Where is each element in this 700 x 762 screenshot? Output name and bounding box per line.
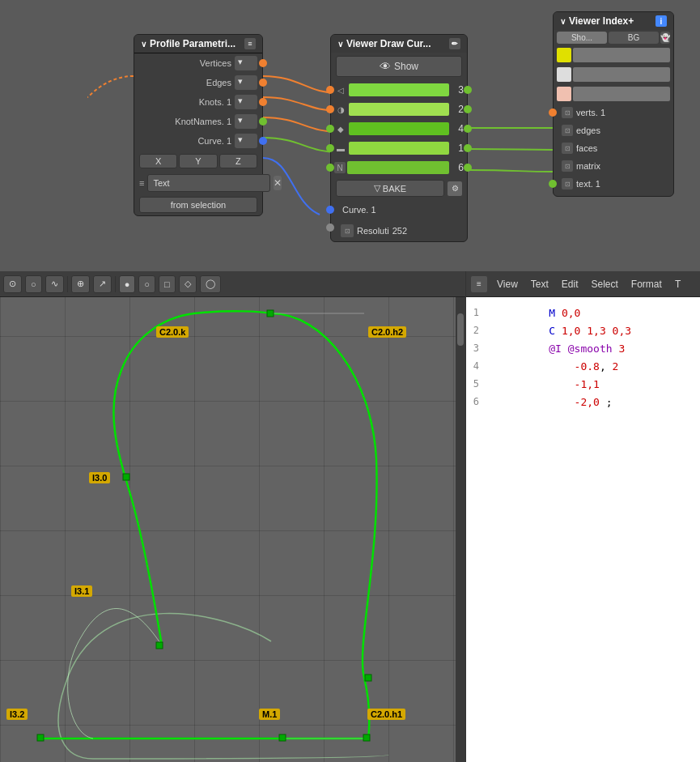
resol-value: 252 [392, 226, 407, 236]
color-swatch-2[interactable] [349, 122, 449, 135]
te-format-menu[interactable]: Format [628, 277, 665, 292]
vi-tab-bg[interactable]: BG [609, 32, 659, 44]
draw-output-socket-3[interactable] [464, 144, 472, 152]
gizmo-btn[interactable]: ⊕ [71, 275, 90, 293]
vi-tab-show[interactable]: Sho... [557, 32, 607, 44]
from-selection-button[interactable]: from selection [139, 197, 257, 213]
y-button[interactable]: Y [179, 154, 217, 168]
vertices-row: Vertices ▾ [134, 53, 262, 73]
text-editor-content: 1 M 0,0 2 C 1,0 1,3 0,3 3 @I @smooth 3 [466, 297, 700, 762]
color-num-0: 3 [451, 84, 464, 96]
text-socket[interactable] [549, 180, 557, 188]
draw-output-socket-2[interactable] [464, 125, 472, 133]
line-content-6: -2,0 ; [486, 384, 613, 420]
code-indent-6 [549, 396, 574, 408]
vertices-dropdown[interactable]: ▾ [235, 56, 257, 70]
view-btn[interactable]: ○ [25, 275, 42, 293]
text-input[interactable] [147, 174, 270, 192]
collapse-draw-icon[interactable]: ∨ [337, 40, 343, 49]
edges-icon: ⊡ [562, 125, 573, 136]
color-swatch-1[interactable] [349, 103, 449, 116]
vertices-socket[interactable] [259, 59, 267, 67]
vi-gray-swatch-0[interactable] [573, 48, 670, 62]
label-c20h1: C2.0.h1 [367, 709, 405, 720]
editor-type-btn[interactable]: ⊙ [3, 275, 22, 293]
node-menu-icon[interactable]: ≡ [244, 38, 256, 49]
vi-swatch-yellow[interactable] [557, 48, 571, 62]
curve-socket[interactable] [259, 137, 267, 145]
te-view-menu[interactable]: View [494, 277, 521, 292]
canvas-scrollbar[interactable] [456, 297, 465, 762]
matrix-label: matrix [576, 161, 600, 171]
bake-row: ▽ BAKE ⚙ [331, 177, 467, 199]
draw-menu-icon[interactable]: ✏ [449, 38, 460, 49]
sep-2 [115, 276, 116, 292]
te-t-menu[interactable]: T [672, 277, 684, 292]
curve-row-label: Curve. 1 [336, 205, 462, 215]
draw-output-socket-0[interactable] [464, 86, 472, 94]
draw-output-socket-4[interactable] [464, 164, 472, 172]
draw-input-socket-2[interactable] [326, 125, 334, 133]
bake-button[interactable]: ▽ BAKE [336, 180, 444, 197]
color-swatch-4[interactable] [347, 161, 449, 174]
verts-socket[interactable] [549, 109, 557, 117]
text-close-button[interactable]: ✕ [274, 176, 282, 190]
collapse-icon[interactable]: ∨ [141, 40, 146, 49]
resol-label: Resoluti [354, 226, 392, 236]
draw-input-socket-0[interactable] [326, 86, 334, 94]
resol-input-socket[interactable] [326, 223, 334, 232]
circle-select-btn[interactable]: ◯ [200, 275, 221, 293]
half-circle-icon: ◑ [334, 103, 347, 116]
curve-row: Curve. 1 ▾ [134, 131, 262, 151]
curve-dropdown[interactable]: ▾ [235, 134, 257, 148]
knots-dropdown[interactable]: ▾ [235, 95, 257, 109]
code-smooth-val: 3 [618, 343, 625, 355]
knotnames-dropdown[interactable]: ▾ [235, 114, 257, 129]
draw-input-socket-1[interactable] [326, 105, 334, 113]
z-button[interactable]: Z [219, 154, 257, 168]
knots-socket[interactable] [259, 98, 267, 106]
vi-swatch-white[interactable] [557, 67, 571, 82]
label-m1: M.1 [259, 709, 280, 720]
scroll-thumb[interactable] [457, 313, 464, 346]
sep-1 [67, 276, 68, 292]
te-type-icon[interactable]: ≡ [471, 276, 487, 292]
knotnames-socket[interactable] [259, 117, 267, 126]
edges-row: ⊡ edges [554, 121, 673, 139]
svg-rect-6 [279, 734, 286, 741]
collapse-index-icon[interactable]: ∨ [560, 17, 566, 26]
vi-gray-swatch-2[interactable] [573, 87, 670, 101]
te-select-menu[interactable]: Select [588, 277, 622, 292]
viewer-index-header: ∨ Viewer Index+ i [554, 12, 673, 30]
curve-label-row: Curve. 1 [331, 199, 467, 220]
select-mode-btn[interactable]: ○ [138, 275, 155, 293]
edges-dropdown[interactable]: ▾ [235, 75, 257, 90]
te-edit-menu[interactable]: Edit [558, 277, 582, 292]
color-swatch-3[interactable] [349, 142, 449, 155]
info-icon[interactable]: i [655, 15, 667, 27]
box-select-btn[interactable]: □ [159, 275, 176, 293]
bake-arrow-icon: ▽ [374, 183, 380, 194]
edges-socket[interactable] [259, 79, 267, 87]
draw-input-socket-4[interactable] [326, 164, 334, 172]
viewer-draw-node: ∨ Viewer Draw Cur... ✏ 👁 Show ◁ 3 ◑ 2 ◆ … [330, 34, 468, 242]
te-text-menu[interactable]: Text [528, 277, 552, 292]
show-button[interactable]: 👁 Show [336, 56, 462, 77]
draw-output-socket-1[interactable] [464, 105, 472, 113]
vi-ghost-icon[interactable]: 👻 [660, 32, 670, 44]
text-label: text. 1 [576, 179, 600, 189]
line-num-3: 3 [466, 343, 486, 354]
overlay-btn[interactable]: ∿ [45, 275, 64, 293]
bake-settings-icon[interactable]: ⚙ [448, 181, 462, 196]
canvas-area[interactable]: ⊙ ○ ∿ ⊕ ↗ ● ○ □ ◇ ◯ [0, 271, 465, 762]
orient-btn[interactable]: ↗ [93, 275, 112, 293]
vi-swatch-pink[interactable] [557, 87, 571, 101]
draw-input-socket-3[interactable] [326, 144, 334, 152]
x-button[interactable]: X [139, 154, 177, 168]
draw-mode-btn[interactable]: ● [119, 275, 136, 293]
edges-label: edges [576, 126, 600, 135]
vi-gray-swatch-1[interactable] [573, 67, 670, 82]
color-swatch-0[interactable] [349, 83, 449, 96]
polygon-btn[interactable]: ◇ [179, 275, 197, 293]
curve-input-socket[interactable] [326, 206, 334, 214]
